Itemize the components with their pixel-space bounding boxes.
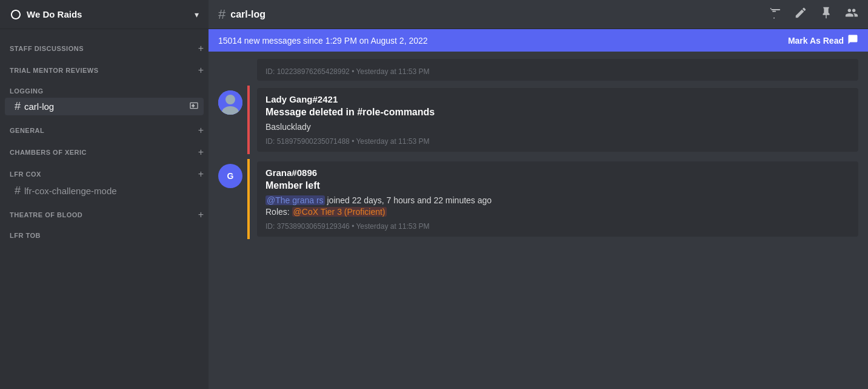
members-icon[interactable]	[845, 6, 858, 22]
mark-as-read-button[interactable]: Mark As Read	[788, 34, 858, 47]
category-label: LFR TOB	[10, 232, 41, 239]
message-id-line: ID: 102238976265428992 • Yesterday at 11…	[265, 67, 850, 76]
message-id-line: ID: 375389030659129346 • Yesterday at 11…	[265, 222, 850, 231]
category-label: LOGGING	[10, 87, 43, 95]
category-trial-mentor-reviews[interactable]: TRIAL MENTOR REVIEWS +	[0, 56, 209, 78]
channel-name: carl-log	[24, 101, 54, 112]
server-name: We Do Raids	[27, 9, 82, 19]
category-general[interactable]: GENERAL +	[0, 116, 209, 138]
category-theatre-of-blood[interactable]: THEATRE OF BLOOD +	[0, 200, 209, 222]
new-messages-banner: 15014 new messages since 1:29 PM on Augu…	[209, 29, 868, 52]
category-label: THEATRE OF BLOOD	[10, 211, 82, 218]
main-content: # carl-log	[209, 0, 868, 389]
message-icon	[847, 34, 858, 47]
mark-as-read-label: Mark As Read	[788, 36, 844, 46]
topbar-icons	[769, 6, 858, 22]
roles-label: Roles:	[265, 207, 292, 217]
category-logging[interactable]: LOGGING	[0, 78, 209, 97]
channel-list: STAFF DISCUSSIONS + TRIAL MENTOR REVIEWS…	[0, 29, 209, 389]
category-label: GENERAL	[10, 127, 44, 134]
add-channel-icon[interactable]: +	[198, 126, 204, 135]
message-group: Lady Gang#2421 Message deleted in #role-…	[209, 86, 868, 154]
message-body: Baslucklady	[265, 121, 850, 134]
message-id-line: ID: 518975900235071488 • Yesterday at 11…	[265, 137, 850, 146]
topbar-hash-icon: #	[218, 7, 225, 22]
server-chevron-icon: ▾	[195, 10, 199, 19]
topbar-channel-name: carl-log	[230, 9, 265, 20]
left-bar-red	[247, 86, 250, 154]
channel-hash-icon: #	[15, 184, 21, 197]
category-staff-discussions[interactable]: STAFF DISCUSSIONS +	[0, 34, 209, 56]
category-chambers-of-xeric[interactable]: CHAMBERS OF XERIC +	[0, 138, 209, 160]
channel-icon[interactable]	[769, 6, 782, 22]
body-text: joined 22 days, 7 hours and 22 minutes a…	[325, 195, 492, 205]
category-label: CHAMBERS OF XERIC	[10, 149, 87, 156]
sidebar: We Do Raids ▾ STAFF DISCUSSIONS + TRIAL …	[0, 0, 209, 389]
svg-point-1	[225, 95, 235, 104]
channel-lfr-cox-challenge-mode[interactable]: # lfr-cox-challenge-mode	[5, 182, 204, 200]
channel-hash-icon: #	[15, 100, 21, 113]
mention-tag: @The grana rs	[265, 195, 325, 205]
edit-icon[interactable]	[794, 6, 807, 22]
banner-text: 15014 new messages since 1:29 PM on Augu…	[218, 36, 428, 46]
message-title: Message deleted in #role-commands	[265, 107, 850, 118]
category-lfr-cox[interactable]: LFR COX +	[0, 160, 209, 181]
category-label: LFR COX	[10, 171, 41, 178]
left-bar-yellow	[247, 159, 250, 239]
message-header: Lady Gang#2421	[265, 94, 850, 104]
category-label: TRIAL MENTOR REVIEWS	[10, 67, 99, 74]
server-header[interactable]: We Do Raids ▾	[0, 0, 209, 29]
channel-name: lfr-cox-challenge-mode	[24, 186, 117, 196]
add-user-icon[interactable]	[189, 101, 199, 113]
channel-row-left: # lfr-cox-challenge-mode	[15, 184, 117, 197]
message-title: Member left	[265, 180, 850, 191]
add-channel-icon[interactable]: +	[198, 169, 204, 179]
category-label: STAFF DISCUSSIONS	[10, 45, 84, 52]
add-channel-icon[interactable]: +	[198, 66, 204, 75]
channel-row-left: # carl-log	[15, 100, 54, 113]
topbar-left: # carl-log	[218, 7, 265, 22]
avatar: G	[218, 164, 242, 188]
server-header-left: We Do Raids	[10, 8, 82, 21]
add-channel-icon[interactable]: +	[198, 210, 204, 220]
message-body: @The grana rs joined 22 days, 7 hours an…	[265, 195, 850, 218]
add-channel-icon[interactable]: +	[198, 147, 204, 157]
server-icon	[10, 8, 22, 21]
role-tag: @CoX Tier 3 (Proficient)	[292, 207, 387, 217]
channel-carl-log[interactable]: # carl-log	[5, 98, 204, 115]
message-header: Grana#0896	[265, 167, 850, 178]
message-author: Grana#0896	[265, 167, 317, 178]
message-author: Lady Gang#2421	[265, 94, 338, 104]
message-group: ID: 102238976265428992 • Yesterday at 11…	[209, 56, 868, 83]
messages-area[interactable]: ID: 102238976265428992 • Yesterday at 11…	[209, 52, 868, 389]
message-content: Grana#0896 Member left @The grana rs joi…	[257, 161, 858, 237]
add-channel-icon[interactable]: +	[198, 44, 204, 53]
message-content: Lady Gang#2421 Message deleted in #role-…	[257, 88, 858, 152]
message-group: G Grana#0896 Member left @The grana rs j…	[209, 159, 868, 239]
message-content: ID: 102238976265428992 • Yesterday at 11…	[257, 59, 858, 81]
pin-icon[interactable]	[820, 6, 833, 22]
category-lfr-tob[interactable]: LFR TOB	[0, 222, 209, 242]
topbar: # carl-log	[209, 0, 868, 29]
avatar	[218, 90, 242, 115]
